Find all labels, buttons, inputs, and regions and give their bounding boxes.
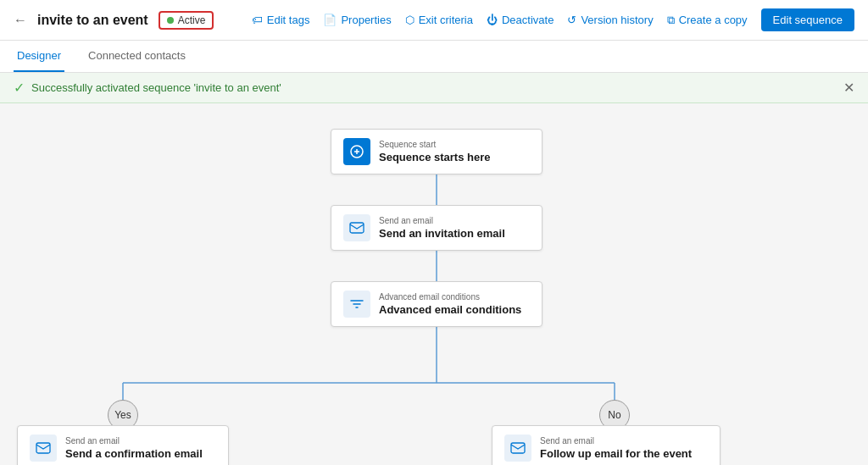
send-confirmation-node: Send an email Send a confirmation email [17, 425, 229, 465]
sequence-start-node: Sequence start Sequence starts here [331, 129, 542, 174]
close-banner-button[interactable]: ✕ [843, 80, 854, 96]
svg-rect-11 [36, 443, 50, 453]
create-copy-button[interactable]: ⧉ Create a copy [667, 14, 748, 27]
copy-icon: ⧉ [667, 14, 675, 27]
flow-diagram: Sequence start Sequence starts here Send… [0, 120, 868, 465]
version-history-button[interactable]: ↺ Version history [567, 14, 653, 26]
tab-designer[interactable]: Designer [14, 41, 64, 72]
svg-rect-12 [511, 443, 525, 453]
send-confirmation-text: Send an email Send a confirmation email [65, 436, 203, 460]
email-icon-2 [30, 435, 57, 462]
success-message: Successfully activated sequence 'invite … [31, 81, 281, 94]
properties-button[interactable]: 📄 Properties [323, 14, 391, 26]
success-check-icon: ✓ [14, 80, 25, 96]
exit-icon: ⬡ [405, 14, 415, 26]
svg-rect-10 [350, 223, 364, 233]
doc-icon: 📄 [323, 14, 337, 26]
advanced-conditions-1-text: Advanced email conditions Advanced email… [379, 292, 521, 316]
active-badge: Active [159, 11, 214, 30]
edit-tags-button[interactable]: 🏷 Edit tags [252, 14, 310, 26]
email-icon-3 [504, 435, 531, 462]
follow-up-text: Send an email Follow up email for the ev… [540, 436, 692, 460]
flow-canvas: Sequence start Sequence starts here Send… [0, 103, 868, 465]
follow-up-node: Send an email Follow up email for the ev… [492, 425, 721, 465]
sequence-start-text: Sequence start Sequence starts here [379, 140, 491, 163]
header-actions: 🏷 Edit tags 📄 Properties ⬡ Exit criteria… [252, 8, 854, 31]
active-dot-icon [167, 17, 174, 24]
success-banner: ✓ Successfully activated sequence 'invit… [0, 73, 868, 103]
back-button[interactable]: ← [14, 13, 27, 28]
power-icon: ⏻ [487, 14, 498, 26]
tag-icon: 🏷 [252, 14, 263, 26]
active-status-text: Active [178, 14, 206, 26]
tab-connected-contacts[interactable]: Connected contacts [85, 41, 189, 72]
send-invitation-text: Send an email Send an invitation email [379, 216, 505, 240]
advanced-conditions-node-1: Advanced email conditions Advanced email… [331, 281, 542, 327]
email-icon-1 [343, 214, 370, 241]
history-icon: ↺ [567, 14, 576, 26]
header: ← invite to an event Active 🏷 Edit tags … [0, 0, 868, 73]
sub-nav: Designer Connected contacts [0, 41, 868, 73]
sequence-start-icon [343, 138, 370, 165]
exit-criteria-button[interactable]: ⬡ Exit criteria [405, 14, 473, 26]
conditions-icon-1 [343, 291, 370, 318]
send-invitation-node: Send an email Send an invitation email [331, 205, 542, 251]
sequence-title: invite to an event [37, 13, 148, 28]
deactivate-button[interactable]: ⏻ Deactivate [487, 14, 554, 26]
edit-sequence-button[interactable]: Edit sequence [761, 8, 854, 31]
